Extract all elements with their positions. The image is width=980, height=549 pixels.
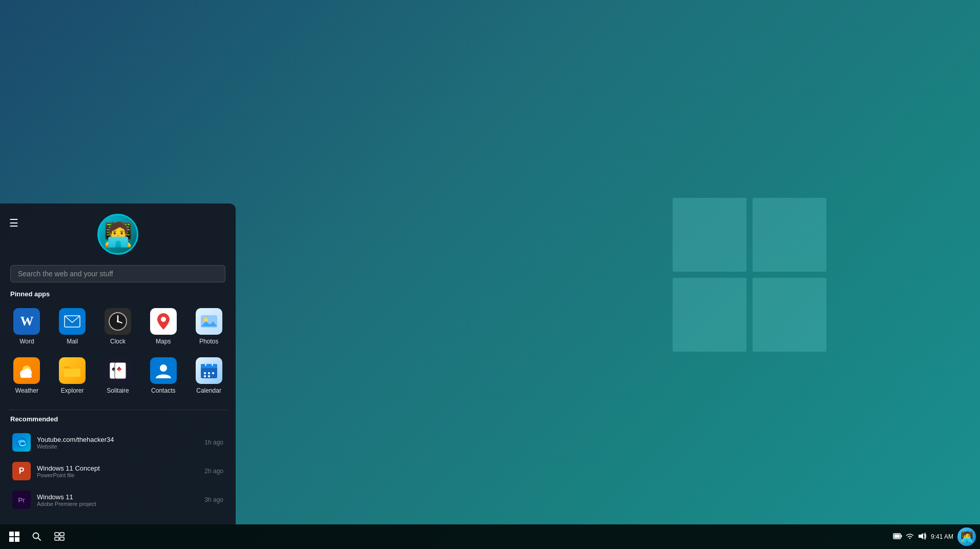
mail-label: Mail <box>67 338 78 345</box>
svg-rect-23 <box>212 372 214 374</box>
word-icon: W <box>13 308 40 335</box>
wifi-icon <box>905 533 914 541</box>
rec-sub-youtube: Website <box>37 443 204 450</box>
svg-rect-40 <box>894 535 900 538</box>
svg-rect-37 <box>60 537 64 540</box>
rec-time-ppt: 2h ago <box>204 467 223 475</box>
edge-icon <box>12 433 31 452</box>
word-label: Word <box>19 338 34 345</box>
calendar-label: Calendar <box>196 387 221 394</box>
svg-rect-31 <box>15 537 19 542</box>
sys-tray <box>893 533 927 541</box>
svg-rect-28 <box>9 532 14 536</box>
win-pane-tl <box>673 198 746 272</box>
rec-time-premiere: 3h ago <box>204 496 223 503</box>
pinned-apps-header: Pinned apps <box>0 290 236 303</box>
taskbar-left <box>4 526 70 547</box>
win-pane-br <box>753 278 826 352</box>
app-calendar[interactable]: Calendar <box>187 352 231 399</box>
app-clock[interactable]: Clock <box>96 303 140 350</box>
svg-rect-39 <box>901 535 902 538</box>
windows-logo <box>673 198 826 352</box>
rec-item-youtube[interactable]: Youtube.com/thehacker34 Website 1h ago <box>8 428 227 457</box>
contacts-label: Contacts <box>151 387 175 394</box>
app-explorer[interactable]: Explorer <box>51 352 94 399</box>
app-weather[interactable]: Weather <box>5 352 49 399</box>
photos-label: Photos <box>199 338 218 345</box>
rec-info-premiere: Windows 11 Adobe Premiere project <box>37 493 204 507</box>
win-pane-tr <box>753 198 826 272</box>
clock-label: Clock <box>110 338 126 345</box>
solitaire-label: Solitaire <box>107 387 129 394</box>
svg-rect-20 <box>201 368 217 369</box>
rec-sub-premiere: Adobe Premiere project <box>37 501 204 507</box>
svg-rect-30 <box>9 537 14 542</box>
rec-info-ppt: Windows 11 Concept PowerPoint file <box>37 464 204 478</box>
svg-rect-11 <box>20 375 32 378</box>
maps-icon <box>150 308 177 335</box>
explorer-label: Explorer <box>61 387 84 394</box>
calendar-icon <box>196 357 222 384</box>
recommended-header: Recommended <box>0 415 236 428</box>
taskbar-avatar[interactable]: 🧑‍💻 <box>957 527 976 546</box>
weather-label: Weather <box>15 387 38 394</box>
clock-icon <box>105 308 131 335</box>
taskbar-avatar-emoji: 🧑‍💻 <box>961 531 973 543</box>
svg-rect-29 <box>15 532 19 536</box>
maps-label: Maps <box>156 338 171 345</box>
user-avatar-area: 🧑‍💻 <box>0 204 236 260</box>
svg-rect-27 <box>212 362 213 366</box>
svg-rect-21 <box>204 372 206 374</box>
photos-icon <box>196 308 222 335</box>
svg-text:♣: ♣ <box>117 364 121 373</box>
taskbar-search-button[interactable] <box>27 526 47 547</box>
time-display: 9:41 AM <box>931 533 953 541</box>
section-divider <box>8 410 227 410</box>
task-view-button[interactable] <box>49 526 70 547</box>
rec-title-premiere: Windows 11 <box>37 493 204 501</box>
taskbar: 9:41 AM 🧑‍💻 <box>0 524 980 549</box>
app-solitaire[interactable]: ♠ ♣ Solitaire <box>96 352 140 399</box>
rec-info-youtube: Youtube.com/thehacker34 Website <box>37 436 204 450</box>
rec-sub-ppt: PowerPoint file <box>37 472 204 478</box>
app-mail[interactable]: Mail <box>51 303 94 350</box>
ppt-icon: P <box>12 462 31 480</box>
weather-icon <box>13 357 40 384</box>
volume-icon <box>918 533 927 541</box>
svg-rect-35 <box>60 533 64 536</box>
taskbar-right: 9:41 AM 🧑‍💻 <box>893 527 976 546</box>
svg-rect-12 <box>64 369 80 377</box>
start-menu: ☰ 🧑‍💻 Pinned apps W Word Mail <box>0 204 236 524</box>
avatar-emoji: 🧑‍💻 <box>103 222 133 246</box>
mail-icon <box>59 308 86 335</box>
premiere-icon: Pr <box>12 491 31 509</box>
taskbar-time[interactable]: 9:41 AM <box>931 533 953 541</box>
svg-rect-22 <box>208 372 210 374</box>
battery-icon <box>893 533 902 541</box>
app-photos[interactable]: Photos <box>187 303 231 350</box>
svg-point-7 <box>204 318 208 322</box>
explorer-icon <box>59 357 86 384</box>
svg-line-33 <box>38 538 40 540</box>
app-word[interactable]: W Word <box>5 303 49 350</box>
rec-time-youtube: 1h ago <box>204 439 223 446</box>
svg-point-5 <box>161 317 166 322</box>
rec-item-premiere[interactable]: Pr Windows 11 Adobe Premiere project 3h … <box>8 485 227 514</box>
pinned-apps-grid: W Word Mail C <box>0 303 236 407</box>
rec-title-youtube: Youtube.com/thehacker34 <box>37 436 204 443</box>
rec-item-ppt[interactable]: P Windows 11 Concept PowerPoint file 2h … <box>8 457 227 485</box>
search-input[interactable] <box>10 265 225 282</box>
win-pane-bl <box>673 278 746 352</box>
contacts-icon <box>150 357 177 384</box>
solitaire-icon: ♠ ♣ <box>105 357 131 384</box>
svg-rect-26 <box>205 362 206 366</box>
svg-marker-41 <box>919 533 923 539</box>
svg-point-17 <box>160 364 167 372</box>
app-contacts[interactable]: Contacts <box>141 352 185 399</box>
user-avatar[interactable]: 🧑‍💻 <box>97 214 138 255</box>
svg-point-4 <box>117 320 119 322</box>
start-button[interactable] <box>4 526 25 547</box>
svg-rect-24 <box>204 375 206 377</box>
app-maps[interactable]: Maps <box>141 303 185 350</box>
svg-rect-34 <box>55 533 59 536</box>
